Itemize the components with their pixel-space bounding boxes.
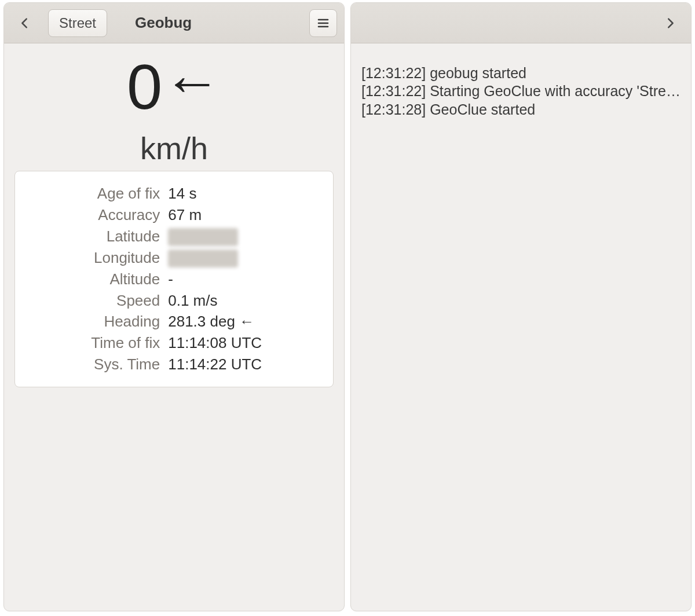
info-row: Accuracy67 m (25, 204, 323, 226)
info-label: Sys. Time (25, 354, 168, 375)
info-value: 14 s (168, 183, 196, 204)
log-pane: [12:31:22] geobug started[12:31:22] Star… (350, 2, 692, 611)
log-line: [12:31:22] geobug started (361, 64, 684, 82)
log-line: [12:31:22] Starting GeoClue with accurac… (361, 82, 684, 100)
heading-arrow-icon: ← (163, 49, 221, 114)
info-value: - (168, 269, 173, 290)
location-info-card: Age of fix14 sAccuracy67 mLatitude60.203… (14, 171, 334, 387)
main-pane: Street Geobug 0← km/h Age of fix14 sAccu… (3, 2, 345, 611)
info-row: Age of fix14 s (25, 183, 323, 204)
speed-display: 0← km/h (10, 53, 338, 166)
info-label: Heading (25, 311, 168, 332)
info-value: 60.203013 (168, 228, 238, 246)
info-row: Heading281.3 deg ← (25, 311, 323, 332)
info-row: Sys. Time11:14:22 UTC (25, 354, 323, 375)
menu-button[interactable] (309, 9, 337, 37)
log-output: [12:31:22] geobug started[12:31:22] Star… (351, 43, 691, 126)
back-button[interactable] (11, 9, 39, 37)
info-value: 281.3 deg ← (168, 311, 254, 332)
info-value: 67 m (168, 204, 202, 226)
headerbar-left: Street Geobug (4, 3, 344, 43)
info-label: Altitude (25, 269, 168, 290)
info-value: 0.1 m/s (168, 290, 217, 311)
info-label: Latitude (25, 226, 168, 247)
info-row: Altitude- (25, 269, 323, 290)
log-line: [12:31:28] GeoClue started (361, 101, 684, 119)
info-row: Latitude60.203013 (25, 226, 323, 247)
hamburger-menu-icon (316, 16, 330, 30)
app-title: Geobug (135, 14, 192, 32)
info-label: Time of fix (25, 332, 168, 354)
info-value: 11.824998 (168, 250, 238, 267)
main-content: 0← km/h Age of fix14 sAccuracy67 mLatitu… (4, 43, 344, 611)
chevron-right-icon (664, 17, 676, 30)
info-row: Speed0.1 m/s (25, 290, 323, 311)
forward-button[interactable] (656, 9, 684, 37)
speed-value: 0 (127, 51, 160, 122)
accuracy-level-button[interactable]: Street (48, 9, 107, 37)
headerbar-right (351, 3, 691, 43)
info-label: Longitude (25, 247, 168, 269)
info-value: 11:14:08 UTC (168, 332, 262, 354)
accuracy-level-label: Street (59, 15, 96, 31)
speed-unit: km/h (10, 130, 338, 166)
info-row: Time of fix11:14:08 UTC (25, 332, 323, 354)
info-label: Age of fix (25, 183, 168, 204)
chevron-left-icon (19, 17, 31, 30)
info-row: Longitude11.824998 (25, 247, 323, 269)
info-label: Speed (25, 290, 168, 311)
info-value: 11:14:22 UTC (168, 354, 262, 375)
info-label: Accuracy (25, 204, 168, 226)
